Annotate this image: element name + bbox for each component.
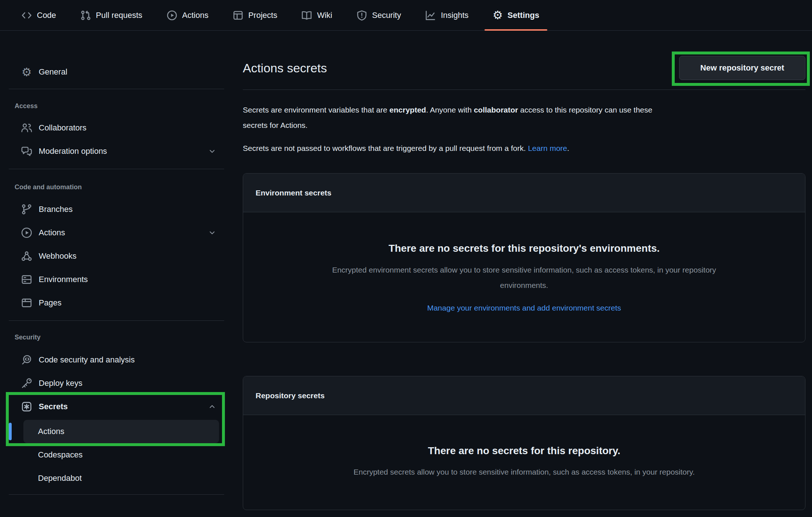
tab-projects[interactable]: Projects — [225, 0, 285, 30]
sidebar-item-moderation-options[interactable]: Moderation options — [0, 140, 226, 163]
divider — [243, 90, 805, 90]
secrets-intro-paragraph: Secrets are environment variables that a… — [243, 102, 805, 133]
sidebar-item-label: Actions — [39, 228, 65, 237]
tab-actions[interactable]: Actions — [158, 0, 217, 30]
play-icon — [166, 10, 177, 21]
sidebar-item-general[interactable]: ⚙ General — [0, 60, 226, 84]
chevron-down-icon — [208, 229, 216, 237]
sidebar-item-label: Environments — [39, 275, 88, 284]
sidebar-item-label: Pages — [39, 298, 61, 308]
sidebar-subitem-label: Dependabot — [38, 474, 82, 483]
tab-label: Wiki — [317, 11, 332, 20]
empty-state-title: There are no secrets for this repository… — [243, 240, 805, 256]
webhook-icon — [20, 250, 33, 262]
sidebar-item-label: Collaborators — [39, 123, 87, 133]
tab-label: Code — [37, 11, 56, 20]
actions-secrets-panel: Actions secrets New repository secret Se… — [243, 31, 805, 510]
sidebar-subitem-secrets-actions[interactable]: Actions — [23, 420, 219, 443]
page-title: Actions secrets — [243, 61, 327, 75]
sidebar-item-label: Code security and analysis — [39, 355, 135, 365]
divider — [9, 320, 224, 321]
empty-state-title: There are no secrets for this repository… — [243, 443, 805, 459]
repository-secrets-header: Repository secrets — [243, 376, 805, 415]
sidebar-subitem-secrets-codespaces[interactable]: Codespaces — [23, 443, 219, 467]
sidebar-item-actions[interactable]: Actions — [0, 221, 226, 244]
tab-label: Security — [372, 11, 401, 20]
people-icon — [20, 122, 33, 134]
browser-icon — [20, 297, 33, 309]
tab-label: Pull requests — [96, 11, 142, 20]
tab-label: Settings — [508, 11, 539, 20]
empty-state-description: Encrypted secrets allow you to store sen… — [243, 464, 805, 480]
sidebar-item-secrets[interactable]: Secrets — [0, 395, 226, 418]
key-icon — [20, 377, 33, 389]
chevron-down-icon — [208, 147, 216, 155]
sidebar-item-collaborators[interactable]: Collaborators — [0, 116, 226, 140]
empty-state-description: Encrypted environment secrets allow you … — [243, 262, 805, 293]
sidebar-item-branches[interactable]: Branches — [0, 198, 226, 221]
gear-icon: ⚙ — [493, 9, 503, 21]
sidebar-subitem-label: Actions — [38, 427, 64, 436]
chevron-up-icon — [208, 403, 216, 411]
tab-insights[interactable]: Insights — [417, 0, 476, 30]
code-icon — [21, 10, 32, 21]
repository-secrets-empty-state: There are no secrets for this repository… — [243, 415, 805, 510]
divider — [9, 494, 224, 495]
sidebar-item-code-security[interactable]: Code security and analysis — [0, 348, 226, 372]
environment-secrets-box: Environment secrets There are no secrets… — [243, 173, 805, 342]
tab-wiki[interactable]: Wiki — [293, 0, 340, 30]
sidebar-item-label: Webhooks — [39, 251, 77, 261]
divider — [9, 89, 224, 89]
project-board-icon — [233, 10, 244, 21]
repository-secrets-box: Repository secrets There are no secrets … — [243, 376, 805, 510]
tab-pull-requests[interactable]: Pull requests — [72, 0, 150, 30]
sidebar-item-webhooks[interactable]: Webhooks — [0, 244, 226, 268]
sidebar-item-label: Secrets — [39, 402, 68, 411]
comment-discussion-icon — [20, 145, 33, 157]
tab-label: Insights — [441, 11, 468, 20]
sidebar-section-code-automation: Code and automation — [0, 180, 226, 194]
book-icon — [301, 10, 312, 21]
git-pull-request-icon — [80, 10, 91, 21]
asterisk-box-icon — [20, 401, 33, 413]
shield-icon — [356, 10, 367, 21]
sidebar-item-label: Deploy keys — [39, 379, 83, 388]
play-icon — [20, 227, 33, 239]
settings-sidebar: ⚙ General Access Collaborators Moderatio… — [0, 31, 226, 495]
tab-security[interactable]: Security — [348, 0, 409, 30]
new-repository-secret-button[interactable]: New repository secret — [679, 56, 805, 80]
sidebar-item-environments[interactable]: Environments — [0, 268, 226, 291]
sidebar-item-pages[interactable]: Pages — [0, 291, 226, 315]
tab-code[interactable]: Code — [13, 0, 64, 30]
tab-label: Actions — [182, 11, 208, 20]
divider — [9, 169, 224, 169]
page-header: Actions secrets New repository secret — [243, 56, 805, 80]
selected-indicator-bar — [9, 423, 12, 440]
codescan-icon — [20, 354, 33, 366]
sidebar-section-security: Security — [0, 330, 226, 345]
gear-icon: ⚙ — [20, 66, 33, 78]
git-branch-icon — [20, 204, 33, 215]
manage-environments-link[interactable]: Manage your environments and add environ… — [427, 300, 621, 316]
sidebar-section-access: Access — [0, 99, 226, 113]
environment-secrets-header: Environment secrets — [243, 174, 805, 212]
tab-settings[interactable]: ⚙ Settings — [484, 0, 547, 30]
repo-tab-bar: Code Pull requests Actions Projects Wiki… — [0, 0, 812, 31]
sidebar-item-label: General — [39, 67, 67, 77]
sidebar-subitem-label: Codespaces — [38, 450, 83, 460]
sidebar-item-label: Moderation options — [39, 147, 107, 156]
fork-note-paragraph: Secrets are not passed to workflows that… — [243, 141, 805, 156]
tab-label: Projects — [248, 11, 277, 20]
sidebar-item-deploy-keys[interactable]: Deploy keys — [0, 372, 226, 395]
sidebar-item-label: Branches — [39, 205, 73, 214]
sidebar-subitem-secrets-dependabot[interactable]: Dependabot — [23, 467, 219, 490]
learn-more-link[interactable]: Learn more — [528, 144, 567, 152]
environment-secrets-empty-state: There are no secrets for this repository… — [243, 212, 805, 342]
server-icon — [20, 274, 33, 285]
graph-icon — [425, 10, 436, 21]
